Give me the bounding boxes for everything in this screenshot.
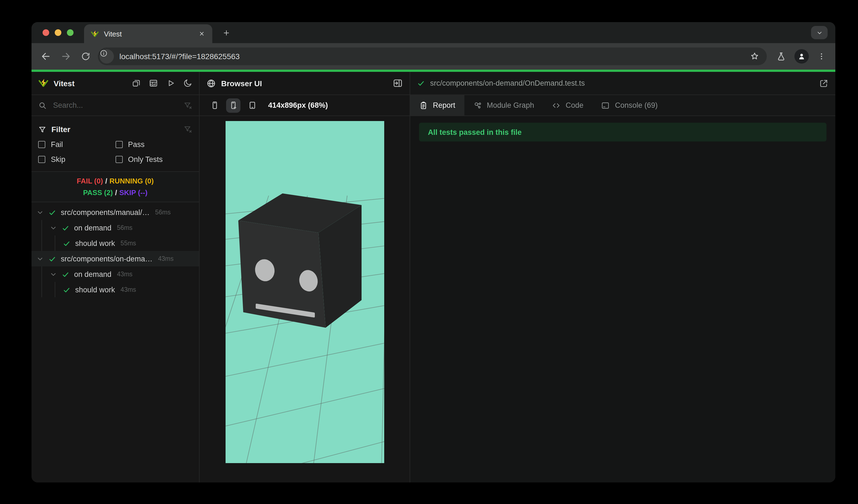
test-duration: 55ms (121, 240, 136, 246)
close-window-button[interactable] (43, 29, 49, 36)
tab-label: Console (69) (615, 101, 658, 110)
indent-guide (42, 235, 42, 251)
browser-panel: Browser UI 414x896px (68%) (200, 72, 410, 483)
indent-guide (42, 220, 42, 235)
filter-option-label: Pass (128, 140, 145, 149)
pass-count[interactable]: PASS (2) (83, 189, 113, 197)
smartphone-add-icon (228, 101, 238, 110)
browser-preview-viewport (225, 121, 384, 463)
checkbox (115, 156, 123, 163)
filter-option-only-tests[interactable]: Only Tests (115, 155, 192, 164)
filter-section: Filter FailPassSkipOnly Tests (32, 116, 199, 172)
open-in-panel-icon[interactable] (392, 78, 403, 89)
screenshot-stage: Vitest (0, 0, 858, 504)
test-tree-row[interactable]: on demand43ms (32, 266, 199, 282)
close-tab-icon[interactable] (197, 29, 207, 39)
moon-icon[interactable] (182, 78, 192, 88)
app-title: Vitest (54, 79, 75, 87)
test-duration: 43ms (117, 271, 132, 277)
test-tree-row[interactable]: should work55ms (32, 235, 199, 251)
chevron-down-icon (49, 270, 58, 278)
tab-search-button[interactable] (811, 26, 828, 39)
browser-menu-icon[interactable] (816, 51, 826, 61)
experiments-flask-icon[interactable] (776, 51, 787, 62)
report-content: All tests passed in this file (410, 116, 835, 483)
sidebar-header-icons (131, 78, 192, 88)
test-tree-row[interactable]: src/components/manual/…56ms (32, 205, 199, 220)
new-tab-button[interactable] (220, 27, 232, 39)
test-duration: 56ms (117, 224, 132, 231)
forward-button[interactable] (59, 50, 73, 63)
check-icon (62, 239, 71, 247)
tab-module-graph[interactable]: Module Graph (464, 95, 543, 115)
running-count[interactable]: RUNNING (0) (109, 177, 154, 185)
dashboard-icon[interactable] (148, 78, 158, 88)
fail-count[interactable]: FAIL (0) (77, 177, 103, 185)
test-tree-row[interactable]: should work43ms (32, 282, 199, 297)
url-input[interactable] (118, 51, 745, 61)
chevron-down-icon (36, 208, 44, 216)
filter-title-row: Filter (38, 123, 192, 136)
minimize-window-button[interactable] (55, 29, 61, 36)
run-all-icon[interactable] (165, 78, 175, 88)
viewport-size-label: 414x896px (68%) (268, 101, 328, 110)
browser-window: Vitest (32, 22, 835, 483)
external-link-icon[interactable] (818, 78, 829, 88)
smartphone-icon (210, 101, 219, 110)
check-icon (48, 208, 57, 216)
test-name: on demand (74, 270, 111, 278)
skip-count[interactable]: SKIP (--) (120, 189, 148, 197)
summary-line-2: PASS (2)/SKIP (--) (32, 187, 199, 198)
report-tab-bar: ReportModule GraphCodeConsole (69) (410, 95, 835, 116)
test-name: src/components/manual/… (61, 208, 149, 216)
test-tree-row[interactable]: src/components/on-dema…43ms (32, 251, 199, 266)
bookmark-star-icon[interactable] (749, 51, 760, 62)
filter-options: FailPassSkipOnly Tests (38, 140, 192, 164)
sidebar-header: Vitest (32, 72, 199, 95)
site-info-icon[interactable] (99, 49, 114, 64)
indent-guide (42, 266, 42, 282)
search-row (32, 95, 199, 116)
summary-line-1: FAIL (0)/RUNNING (0) (32, 175, 199, 187)
search-input[interactable] (52, 101, 178, 110)
device-button-smartphone-add-icon[interactable] (226, 98, 240, 112)
browser-panel-header: Browser UI (200, 72, 410, 95)
test-tree-row[interactable]: on demand56ms (32, 220, 199, 235)
vitest-logo-icon (38, 78, 49, 88)
filter-option-label: Only Tests (128, 155, 163, 164)
tab-report[interactable]: Report (410, 95, 464, 115)
back-button[interactable] (39, 50, 52, 63)
filter-option-fail[interactable]: Fail (38, 140, 115, 149)
clear-filter-icon[interactable] (184, 125, 192, 134)
vitest-ui: Vitest (32, 72, 835, 483)
omnibox[interactable] (98, 48, 767, 65)
browser-toolbar (32, 43, 835, 70)
zoom-window-button[interactable] (67, 29, 74, 36)
test-summary: FAIL (0)/RUNNING (0) PASS (2)/SKIP (--) (32, 172, 199, 202)
indent-guide (42, 282, 42, 297)
tab-label: Report (433, 101, 455, 110)
report-panel: src/components/on-demand/OnDemand.test.t… (410, 72, 835, 483)
device-button-smartphone-icon[interactable] (207, 98, 222, 112)
vitest-favicon-icon (91, 30, 99, 38)
device-toolbar: 414x896px (68%) (200, 95, 410, 116)
test-duration: 56ms (155, 209, 171, 215)
tab-console-69[interactable]: Console (69) (592, 95, 667, 115)
test-name: src/components/on-dema… (61, 255, 153, 263)
device-button-tablet-icon[interactable] (245, 98, 259, 112)
test-tree: src/components/manual/…56mson demand56ms… (32, 202, 199, 483)
reload-button[interactable] (79, 50, 92, 63)
check-icon (62, 286, 71, 294)
file-path: src/components/on-demand/OnDemand.test.t… (430, 79, 585, 87)
filter-option-pass[interactable]: Pass (115, 140, 192, 149)
filter-option-skip[interactable]: Skip (38, 155, 115, 164)
filter-title: Filter (51, 125, 70, 134)
browser-tab[interactable]: Vitest (84, 24, 212, 43)
tab-code[interactable]: Code (543, 95, 592, 115)
clear-search-filter-icon[interactable] (184, 101, 192, 110)
checkbox (38, 156, 45, 163)
clipboard-icon (419, 101, 428, 110)
check-icon (61, 270, 70, 278)
restore-windows-icon[interactable] (131, 78, 141, 88)
profile-avatar[interactable] (794, 49, 809, 64)
